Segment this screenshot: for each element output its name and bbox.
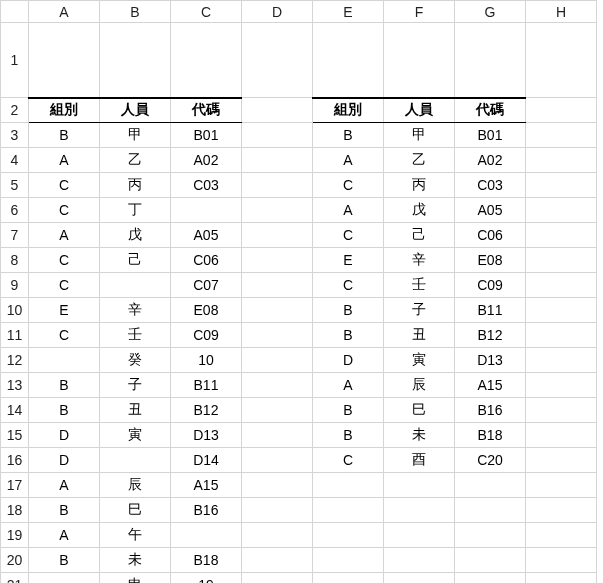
cell-F6[interactable]: 戊: [384, 198, 455, 223]
cell-D10[interactable]: [242, 298, 313, 323]
cell-H3[interactable]: [526, 123, 597, 148]
cell-F18[interactable]: [384, 498, 455, 523]
cell-A2[interactable]: 組別: [29, 98, 100, 123]
cell-D20[interactable]: [242, 548, 313, 573]
corner-cell[interactable]: [1, 1, 29, 23]
row-header-19[interactable]: 19: [1, 523, 29, 548]
cell-E13[interactable]: A: [313, 373, 384, 398]
row-header-11[interactable]: 11: [1, 323, 29, 348]
row-header-20[interactable]: 20: [1, 548, 29, 573]
row-header-18[interactable]: 18: [1, 498, 29, 523]
cell-D4[interactable]: [242, 148, 313, 173]
cell-D16[interactable]: [242, 448, 313, 473]
cell-E19[interactable]: [313, 523, 384, 548]
cell-G18[interactable]: [455, 498, 526, 523]
cell-H19[interactable]: [526, 523, 597, 548]
cell-F13[interactable]: 辰: [384, 373, 455, 398]
cell-C3[interactable]: B01: [171, 123, 242, 148]
cell-A5[interactable]: C: [29, 173, 100, 198]
cell-E15[interactable]: B: [313, 423, 384, 448]
cell-F7[interactable]: 己: [384, 223, 455, 248]
row-header-15[interactable]: 15: [1, 423, 29, 448]
cell-D11[interactable]: [242, 323, 313, 348]
col-header-D[interactable]: D: [242, 1, 313, 23]
cell-D7[interactable]: [242, 223, 313, 248]
cell-H8[interactable]: [526, 248, 597, 273]
cell-C20[interactable]: B18: [171, 548, 242, 573]
col-header-E[interactable]: E: [313, 1, 384, 23]
cell-A16[interactable]: D: [29, 448, 100, 473]
cell-F1[interactable]: [384, 23, 455, 98]
cell-E17[interactable]: [313, 473, 384, 498]
cell-A20[interactable]: B: [29, 548, 100, 573]
cell-C1[interactable]: [171, 23, 242, 98]
cell-D5[interactable]: [242, 173, 313, 198]
cell-D2[interactable]: [242, 98, 313, 123]
cell-A13[interactable]: B: [29, 373, 100, 398]
cell-C14[interactable]: B12: [171, 398, 242, 423]
cell-A11[interactable]: C: [29, 323, 100, 348]
cell-C7[interactable]: A05: [171, 223, 242, 248]
cell-H15[interactable]: [526, 423, 597, 448]
cell-E6[interactable]: A: [313, 198, 384, 223]
cell-C6[interactable]: [171, 198, 242, 223]
cell-H13[interactable]: [526, 373, 597, 398]
cell-D13[interactable]: [242, 373, 313, 398]
cell-B13[interactable]: 子: [100, 373, 171, 398]
cell-E3[interactable]: B: [313, 123, 384, 148]
cell-E7[interactable]: C: [313, 223, 384, 248]
cell-F12[interactable]: 寅: [384, 348, 455, 373]
cell-G9[interactable]: C09: [455, 273, 526, 298]
cell-G13[interactable]: A15: [455, 373, 526, 398]
cell-B16[interactable]: [100, 448, 171, 473]
cell-C4[interactable]: A02: [171, 148, 242, 173]
row-header-3[interactable]: 3: [1, 123, 29, 148]
col-header-G[interactable]: G: [455, 1, 526, 23]
cell-B18[interactable]: 巳: [100, 498, 171, 523]
row-header-17[interactable]: 17: [1, 473, 29, 498]
cell-D18[interactable]: [242, 498, 313, 523]
cell-E9[interactable]: C: [313, 273, 384, 298]
row-header-1[interactable]: 1: [1, 23, 29, 98]
cell-E1[interactable]: [313, 23, 384, 98]
row-header-2[interactable]: 2: [1, 98, 29, 123]
cell-E21[interactable]: [313, 573, 384, 584]
cell-B12[interactable]: 癸: [100, 348, 171, 373]
cell-G16[interactable]: C20: [455, 448, 526, 473]
cell-E5[interactable]: C: [313, 173, 384, 198]
cell-C19[interactable]: [171, 523, 242, 548]
cell-A14[interactable]: B: [29, 398, 100, 423]
cell-G12[interactable]: D13: [455, 348, 526, 373]
col-header-H[interactable]: H: [526, 1, 597, 23]
row-header-10[interactable]: 10: [1, 298, 29, 323]
cell-H9[interactable]: [526, 273, 597, 298]
cell-G7[interactable]: C06: [455, 223, 526, 248]
cell-E4[interactable]: A: [313, 148, 384, 173]
cell-C13[interactable]: B11: [171, 373, 242, 398]
cell-G11[interactable]: B12: [455, 323, 526, 348]
cell-D12[interactable]: [242, 348, 313, 373]
cell-E12[interactable]: D: [313, 348, 384, 373]
cell-H17[interactable]: [526, 473, 597, 498]
cell-F2[interactable]: 人員: [384, 98, 455, 123]
row-header-8[interactable]: 8: [1, 248, 29, 273]
cell-G20[interactable]: [455, 548, 526, 573]
cell-D19[interactable]: [242, 523, 313, 548]
cell-A12[interactable]: [29, 348, 100, 373]
cell-B15[interactable]: 寅: [100, 423, 171, 448]
cell-C16[interactable]: D14: [171, 448, 242, 473]
cell-C9[interactable]: C07: [171, 273, 242, 298]
cell-C11[interactable]: C09: [171, 323, 242, 348]
cell-D21[interactable]: [242, 573, 313, 584]
row-header-4[interactable]: 4: [1, 148, 29, 173]
col-header-B[interactable]: B: [100, 1, 171, 23]
cell-B10[interactable]: 辛: [100, 298, 171, 323]
cell-G21[interactable]: [455, 573, 526, 584]
cell-C10[interactable]: E08: [171, 298, 242, 323]
cell-B17[interactable]: 辰: [100, 473, 171, 498]
spreadsheet-grid[interactable]: ABCDEFGH12組別人員代碼組別人員代碼3B甲B01B甲B014A乙A02A…: [0, 0, 597, 583]
cell-F21[interactable]: [384, 573, 455, 584]
cell-C17[interactable]: A15: [171, 473, 242, 498]
cell-E11[interactable]: B: [313, 323, 384, 348]
cell-G19[interactable]: [455, 523, 526, 548]
